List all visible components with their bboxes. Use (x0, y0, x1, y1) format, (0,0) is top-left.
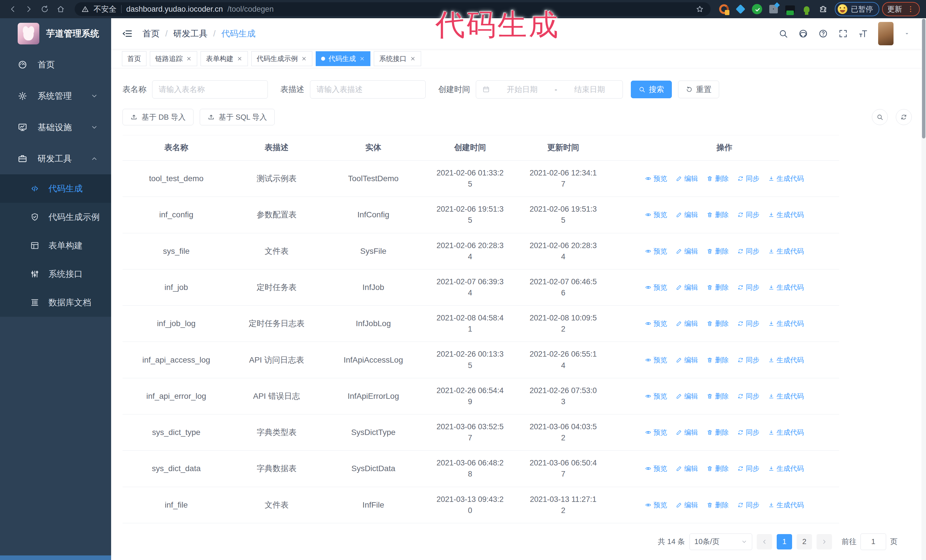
preview-link[interactable]: 预览 (645, 174, 667, 183)
sync-link[interactable]: 同步 (737, 355, 760, 365)
browser-update-chip[interactable]: 更新 (882, 2, 920, 16)
goto-page-input[interactable] (861, 533, 886, 550)
bookmark-star-icon[interactable] (696, 5, 704, 13)
sync-link[interactable]: 同步 (737, 500, 760, 510)
sync-link[interactable]: 同步 (737, 283, 760, 292)
paused-extension-chip[interactable]: 已暂停 (835, 2, 879, 16)
scrollbar-thumb[interactable] (922, 19, 925, 139)
reset-button[interactable]: 重置 (678, 81, 719, 98)
preview-link[interactable]: 预览 (645, 464, 667, 473)
toggle-search-button[interactable] (872, 109, 888, 125)
extensions-puzzle-icon[interactable] (817, 3, 829, 15)
preview-link[interactable]: 预览 (645, 210, 667, 219)
preview-link[interactable]: 预览 (645, 319, 667, 328)
home-icon[interactable] (54, 3, 67, 16)
sidebar-subitem-form-builder[interactable]: 表单构建 (0, 231, 111, 260)
delete-link[interactable]: 删除 (707, 428, 729, 437)
prev-page-button[interactable] (757, 534, 772, 549)
forward-icon[interactable] (22, 3, 35, 16)
extension-icon-green-bot[interactable] (800, 3, 813, 15)
sidebar-item-dev-tools[interactable]: 研发工具 (0, 143, 111, 174)
tab-codegen[interactable]: 代码生成 (316, 51, 371, 66)
delete-link[interactable]: 删除 (707, 319, 729, 328)
start-date-placeholder[interactable]: 开始日期 (495, 84, 549, 95)
generate-code-link[interactable]: 生成代码 (768, 174, 804, 183)
generate-code-link[interactable]: 生成代码 (768, 247, 804, 256)
fullscreen-icon[interactable] (838, 29, 848, 38)
extension-icon-green-check[interactable] (751, 3, 763, 15)
vertical-scrollbar[interactable] (921, 18, 926, 560)
generate-code-link[interactable]: 生成代码 (768, 500, 804, 510)
extension-icon-gem[interactable] (735, 3, 746, 15)
delete-link[interactable]: 删除 (707, 210, 729, 219)
edit-link[interactable]: 编辑 (676, 247, 698, 256)
edit-link[interactable]: 编辑 (676, 319, 698, 328)
back-icon[interactable] (6, 3, 20, 16)
search-button[interactable]: 搜索 (631, 81, 672, 98)
import-db-button[interactable]: 基于 DB 导入 (123, 109, 194, 125)
close-icon[interactable] (410, 56, 416, 62)
tab-system-api[interactable]: 系统接口 (374, 51, 421, 66)
delete-link[interactable]: 删除 (707, 500, 729, 510)
preview-link[interactable]: 预览 (645, 283, 667, 292)
preview-link[interactable]: 预览 (645, 500, 667, 510)
sidebar-item-system-management[interactable]: 系统管理 (0, 80, 111, 112)
sidebar-item-home[interactable]: 首页 (0, 49, 111, 80)
sync-link[interactable]: 同步 (737, 392, 760, 401)
page-button-1[interactable]: 1 (777, 534, 792, 549)
breadcrumb-item-current[interactable]: 代码生成 (221, 28, 256, 39)
collapse-menu-icon[interactable] (122, 28, 133, 39)
extension-icon-dark-on[interactable] (784, 3, 796, 15)
delete-link[interactable]: 删除 (707, 355, 729, 365)
delete-link[interactable]: 删除 (707, 174, 729, 183)
sidebar-subitem-codegen[interactable]: 代码生成 (0, 174, 111, 203)
next-page-button[interactable] (817, 534, 832, 549)
sidebar-subitem-system-api[interactable]: 系统接口 (0, 260, 111, 288)
reload-icon[interactable] (38, 3, 51, 16)
tab-home[interactable]: 首页 (122, 51, 147, 66)
avatar[interactable] (878, 22, 894, 45)
date-range-picker[interactable]: 开始日期 - 结束日期 (476, 80, 623, 98)
sync-link[interactable]: 同步 (737, 210, 760, 219)
preview-link[interactable]: 预览 (645, 428, 667, 437)
sidebar-subitem-codegen-example[interactable]: 代码生成示例 (0, 203, 111, 231)
generate-code-link[interactable]: 生成代码 (768, 392, 804, 401)
edit-link[interactable]: 编辑 (676, 210, 698, 219)
close-icon[interactable] (359, 56, 365, 62)
sidebar-item-infrastructure[interactable]: 基础设施 (0, 112, 111, 143)
delete-link[interactable]: 删除 (707, 464, 729, 473)
refresh-table-button[interactable] (896, 109, 912, 125)
edit-link[interactable]: 编辑 (676, 500, 698, 510)
sync-link[interactable]: 同步 (737, 174, 760, 183)
edit-link[interactable]: 编辑 (676, 283, 698, 292)
preview-link[interactable]: 预览 (645, 392, 667, 401)
generate-code-link[interactable]: 生成代码 (768, 283, 804, 292)
search-icon[interactable] (778, 29, 788, 38)
overflow-menu-icon[interactable] (906, 5, 915, 13)
page-size-select[interactable]: 10条/页 (690, 533, 752, 550)
breadcrumb-item-dev-tools[interactable]: 研发工具 (173, 28, 207, 39)
sidebar-logo-row[interactable]: 芋道管理系统 (0, 18, 111, 49)
page-button-2[interactable]: 2 (797, 534, 812, 549)
delete-link[interactable]: 删除 (707, 247, 729, 256)
edit-link[interactable]: 编辑 (676, 174, 698, 183)
sync-link[interactable]: 同步 (737, 464, 760, 473)
edit-link[interactable]: 编辑 (676, 428, 698, 437)
delete-link[interactable]: 删除 (707, 283, 729, 292)
sidebar-subitem-db-doc[interactable]: 数据库文档 (0, 288, 111, 317)
breadcrumb-item-home[interactable]: 首页 (142, 28, 160, 39)
sync-link[interactable]: 同步 (737, 428, 760, 437)
table-desc-input[interactable] (310, 80, 426, 98)
sync-link[interactable]: 同步 (737, 247, 760, 256)
help-icon[interactable] (818, 29, 828, 38)
generate-code-link[interactable]: 生成代码 (768, 428, 804, 437)
generate-code-link[interactable]: 生成代码 (768, 464, 804, 473)
table-name-input[interactable] (152, 80, 268, 98)
import-sql-button[interactable]: 基于 SQL 导入 (200, 109, 275, 125)
preview-link[interactable]: 预览 (645, 247, 667, 256)
edit-link[interactable]: 编辑 (676, 392, 698, 401)
preview-link[interactable]: 预览 (645, 355, 667, 365)
delete-link[interactable]: 删除 (707, 392, 729, 401)
end-date-placeholder[interactable]: 结束日期 (563, 84, 617, 95)
generate-code-link[interactable]: 生成代码 (768, 355, 804, 365)
